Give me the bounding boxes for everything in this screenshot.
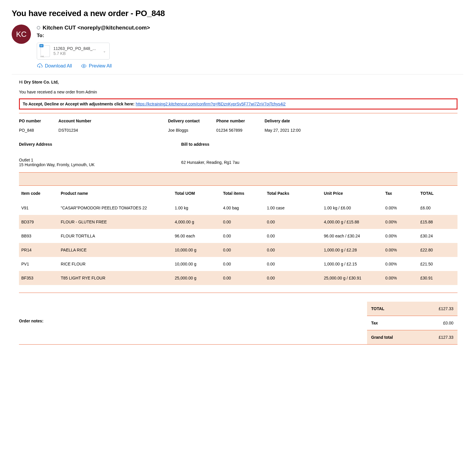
section-band	[19, 173, 457, 185]
table-row: PR14PAELLA RICE10,000.00 g0.000.001,000.…	[19, 243, 457, 257]
confirm-callout: To Accept, Decline or Accept with adjust…	[19, 98, 457, 110]
presence-ring-icon	[37, 26, 40, 29]
divider	[19, 293, 457, 293]
cell-name: RICE FLOUR	[58, 257, 172, 271]
intro-line: You have received a new order from Admin	[19, 90, 457, 94]
td-phone: 01234 567899	[216, 126, 264, 138]
th-tax: Tax	[383, 186, 418, 201]
greeting-line: Hi Dry Store Co. Ltd,	[19, 80, 457, 84]
th-total-packs: Total Packs	[265, 186, 322, 201]
table-row: BF353T85 LIGHT RYE FLOUR25,000.00 g0.000…	[19, 271, 457, 285]
cell-unit: 1,000.00 g / £2.28	[322, 243, 383, 257]
attachment-name: 11263_PO_PO_848_...	[53, 46, 99, 51]
td-acct: DST01234	[58, 126, 168, 138]
confirm-prefix: To Accept, Decline or Accept with adjust…	[23, 102, 136, 106]
td-contact: Joe Bloggs	[168, 126, 216, 138]
cell-uom: 4,000.00 g	[172, 215, 221, 229]
cell-uom: 1.00 kg	[172, 201, 221, 215]
table-row: BD379FLOUR - GLUTEN FREE4,000.00 g0.000.…	[19, 215, 457, 229]
cell-code: BD379	[19, 215, 58, 229]
cell-tax: 0.00%	[383, 215, 418, 229]
th-po: PO number	[19, 113, 58, 126]
cell-code: PR14	[19, 243, 58, 257]
cell-packs: 0.00	[265, 257, 322, 271]
th-acct: Account Number	[58, 113, 168, 126]
cloud-download-icon	[37, 63, 43, 69]
cell-code: PV1	[19, 257, 58, 271]
th-total: TOTAL	[418, 186, 457, 201]
cell-code: BB93	[19, 229, 58, 243]
cell-tax: 0.00%	[383, 201, 418, 215]
cell-unit: 1.00 kg / £6.00	[322, 201, 383, 215]
cell-code: V91	[19, 201, 58, 215]
xml-file-icon: W XML	[41, 45, 50, 57]
download-all-label: Download All	[45, 63, 72, 69]
th-total-items: Total items	[221, 186, 264, 201]
tax-value: £0.00	[443, 321, 453, 325]
cell-packs: 0.00	[265, 215, 322, 229]
cell-packs: 1.00 case	[265, 201, 322, 215]
attachment-size: 5.7 KB	[53, 51, 99, 56]
cell-total: £22.80	[418, 243, 457, 257]
delivery-address-line1: Outlet 1	[19, 158, 181, 162]
td-po: PO_848	[19, 126, 58, 138]
email-subject: You have received a new order - PO_848	[12, 9, 463, 18]
th-contact: Delivery contact	[168, 113, 216, 126]
order-info-table: PO number Account Number Delivery contac…	[19, 113, 457, 138]
eye-icon	[81, 63, 87, 69]
table-row: V91"CASAR"POMODORI PEELED TOMATOES 221.0…	[19, 201, 457, 215]
sender-avatar: KC	[12, 25, 31, 44]
chevron-down-icon[interactable]: ⌄	[103, 49, 106, 53]
cell-name: T85 LIGHT RYE FLOUR	[58, 271, 172, 285]
th-product-name: Product name	[58, 186, 172, 201]
cell-items: 0.00	[221, 229, 264, 243]
td-date: May 27, 2021 12:00	[265, 126, 457, 138]
total-label: TOTAL	[371, 306, 384, 311]
cell-unit: 25,000.00 g / £30.91	[322, 271, 383, 285]
table-row: BB93FLOUR TORTILLA96.00 each0.000.0096.0…	[19, 229, 457, 243]
from-line: Kitchen CUT <noreply@kitchencut.com>	[37, 25, 463, 31]
grand-total-label: Grand total	[371, 335, 393, 340]
cell-total: £6.00	[418, 201, 457, 215]
delivery-address-label: Delivery Address	[19, 142, 181, 147]
bill-address-label: Bill to address	[181, 142, 457, 147]
cell-name: FLOUR TORTILLA	[58, 229, 172, 243]
preview-all-label: Preview All	[89, 63, 112, 69]
cell-tax: 0.00%	[383, 257, 418, 271]
delivery-address-line2: 15 Huntingdon Way, Fromly, Lymouth, UK	[19, 162, 181, 167]
cell-items: 4.00 bag	[221, 201, 264, 215]
attachment-chip[interactable]: W XML 11263_PO_PO_848_... 5.7 KB ⌄	[37, 43, 110, 60]
cell-items: 0.00	[221, 257, 264, 271]
bill-address-line: 62 Hunsaker, Reading, Rg1 7au	[181, 160, 457, 165]
cell-total: £15.88	[418, 215, 457, 229]
to-label: To:	[37, 33, 463, 39]
cell-items: 0.00	[221, 271, 264, 285]
svg-point-0	[83, 65, 84, 67]
cell-items: 0.00	[221, 243, 264, 257]
from-display: Kitchen CUT <noreply@kitchencut.com>	[43, 25, 150, 31]
cell-uom: 10,000.00 g	[172, 243, 221, 257]
cell-unit: 4,000.00 g / £15.88	[322, 215, 383, 229]
th-date: Delivery date	[265, 113, 457, 126]
th-unit-price: Unit Price	[322, 186, 383, 201]
cell-name: "CASAR"POMODORI PEELED TOMATOES 22	[58, 201, 172, 215]
th-phone: Phone number	[216, 113, 264, 126]
preview-all-link[interactable]: Preview All	[81, 63, 112, 69]
cell-tax: 0.00%	[383, 243, 418, 257]
cell-total: £30.91	[418, 271, 457, 285]
cell-total: £30.24	[418, 229, 457, 243]
grand-total-value: £127.33	[439, 335, 453, 340]
cell-code: BF353	[19, 271, 58, 285]
confirm-link[interactable]: https://kctraining2.kitchencut.com/confi…	[136, 102, 286, 106]
cell-total: £21.50	[418, 257, 457, 271]
th-total-uom: Total UOM	[172, 186, 221, 201]
table-row: PV1RICE FLOUR10,000.00 g0.000.001,000.00…	[19, 257, 457, 271]
order-notes-label: Order notes:	[19, 319, 367, 323]
cell-packs: 0.00	[265, 271, 322, 285]
cell-uom: 25,000.00 g	[172, 271, 221, 285]
download-all-link[interactable]: Download All	[37, 63, 72, 69]
cell-name: PAELLA RICE	[58, 243, 172, 257]
cell-tax: 0.00%	[383, 229, 418, 243]
cell-packs: 0.00	[265, 229, 322, 243]
divider	[19, 344, 457, 345]
